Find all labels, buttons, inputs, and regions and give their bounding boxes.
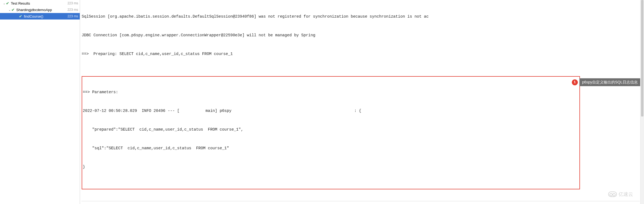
log-line: SqlSession [org.apache.ibatis.session.de…: [82, 14, 642, 20]
scrollbar-thumb[interactable]: [641, 0, 643, 116]
annotation-callout-1: 1 p6spy自定义输出的SQL日志信息: [572, 78, 640, 86]
watermark: 亿速云: [608, 191, 633, 197]
callout-label: p6spy自定义输出的SQL日志信息: [579, 78, 640, 86]
tree-label: ShardingjdbcdemoApp: [16, 8, 66, 12]
log-line: ==> Preparing: SELECT cid,c_name,user_id…: [82, 51, 642, 57]
watermark-icon: [608, 192, 617, 197]
tree-time: 223 ms: [68, 8, 78, 12]
callout-badge: 1: [572, 79, 578, 85]
highlight-box-p6spy: ==> Parameters: 2022-07-12 00:50:28.029 …: [82, 76, 580, 189]
log-line: }: [83, 164, 579, 170]
tree-time: 223 ms: [68, 1, 78, 5]
log-line: ==> Parameters:: [83, 89, 579, 95]
tree-item-test-results[interactable]: ⌄ ✔ Test Results 223 ms: [0, 0, 80, 7]
console-output[interactable]: SqlSession [org.apache.ibatis.session.de…: [80, 0, 644, 204]
divider: [81, 201, 640, 201]
test-results-sidebar: ⌄ ✔ Test Results 223 ms ⌄ ✔ Shardingjdbc…: [0, 0, 80, 204]
chevron-down-icon[interactable]: ⌄: [8, 8, 11, 12]
tree-item-find-course[interactable]: ✔ findCourse() 223 ms: [0, 13, 80, 20]
check-icon: ✔: [19, 14, 22, 18]
tree-item-sharding-app[interactable]: ⌄ ✔ ShardingjdbcdemoApp 223 ms: [0, 7, 80, 13]
log-line: JDBC Connection [com.p6spy.engine.wrappe…: [82, 32, 642, 38]
tree-time: 223 ms: [68, 14, 78, 18]
log-line: 2022-07-12 00:50:28.029 INFO 20496 --- […: [83, 108, 579, 114]
tree-label: Test Results: [11, 1, 66, 5]
log-line: "prepared":"SELECT cid,c_name,user_id,c_…: [83, 127, 579, 133]
log-line: "sql":"SELECT cid,c_name,user_id,c_statu…: [83, 145, 579, 151]
check-icon: ✔: [6, 1, 9, 5]
chevron-down-icon[interactable]: ⌄: [2, 2, 6, 5]
watermark-text: 亿速云: [619, 191, 633, 197]
tree-label: findCourse(): [24, 14, 66, 18]
scrollbar-vertical[interactable]: [640, 0, 644, 204]
check-icon: ✔: [11, 8, 15, 12]
